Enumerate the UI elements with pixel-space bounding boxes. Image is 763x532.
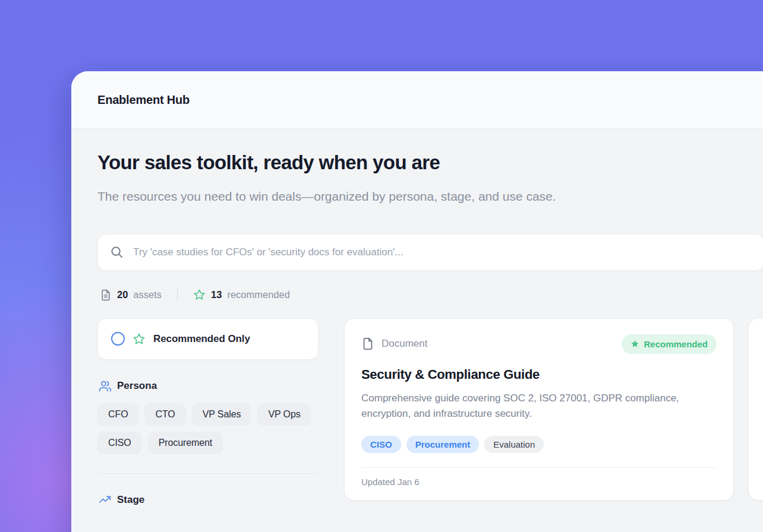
asset-card-partial[interactable] bbox=[748, 318, 763, 501]
recommended-stat: 13 recommended bbox=[193, 289, 290, 301]
search-input[interactable] bbox=[132, 246, 752, 259]
persona-section-label: Persona bbox=[117, 380, 157, 392]
tag-ciso[interactable]: CISO bbox=[361, 436, 401, 453]
sidebar-divider bbox=[97, 473, 319, 474]
asset-card-top-row: Document Recommended bbox=[361, 334, 717, 354]
asset-description: Comprehensive guide covering SOC 2, ISO … bbox=[361, 391, 717, 422]
page-subtitle: The resources you need to win deals—orga… bbox=[97, 186, 597, 208]
recommended-label: recommended bbox=[227, 289, 289, 300]
asset-type-label: Document bbox=[382, 338, 427, 350]
star-icon bbox=[133, 332, 146, 346]
enablement-hub-window: Enablement Hub Your sales toolkit, ready… bbox=[71, 71, 763, 532]
asset-card-security-compliance-guide[interactable]: Document Recommended Security & Complian… bbox=[344, 318, 734, 501]
asset-tag-list: CISO Procurement Evaluation bbox=[361, 436, 717, 453]
persona-chip-cfo[interactable]: CFO bbox=[97, 403, 138, 426]
tag-evaluation[interactable]: Evaluation bbox=[484, 436, 544, 453]
recommended-only-label: Recommended Only bbox=[153, 333, 250, 345]
search-icon bbox=[110, 245, 124, 259]
recommended-badge-label: Recommended bbox=[644, 339, 708, 349]
recommended-count: 13 bbox=[211, 289, 222, 300]
asset-card-divider bbox=[361, 467, 717, 468]
tag-procurement[interactable]: Procurement bbox=[406, 436, 480, 453]
persona-chip-ciso[interactable]: CISO bbox=[97, 432, 142, 454]
users-icon bbox=[99, 380, 111, 392]
persona-chip-procurement[interactable]: Procurement bbox=[148, 432, 223, 454]
recommended-badge: Recommended bbox=[622, 334, 717, 354]
recommended-only-toggle[interactable]: Recommended Only bbox=[97, 318, 319, 360]
stage-section-header: Stage bbox=[99, 494, 317, 506]
assets-stat: 20 assets bbox=[100, 289, 162, 301]
search-bar[interactable] bbox=[97, 234, 763, 271]
persona-chip-list: CFO CTO VP Sales VP Ops CISO Procurement bbox=[97, 403, 319, 454]
page-title: Your sales toolkit, ready when you are bbox=[97, 151, 763, 174]
file-icon bbox=[100, 289, 112, 301]
document-icon bbox=[361, 337, 374, 350]
app-title: Enablement Hub bbox=[97, 93, 190, 107]
persona-chip-vp-ops[interactable]: VP Ops bbox=[257, 403, 311, 426]
app-header: Enablement Hub bbox=[71, 71, 763, 129]
trend-up-icon bbox=[99, 494, 111, 506]
assets-label: assets bbox=[133, 289, 162, 300]
content-columns: Recommended Only Persona CFO bbox=[97, 318, 763, 517]
asset-title: Security & Compliance Guide bbox=[361, 367, 717, 382]
stage-section-label: Stage bbox=[117, 494, 144, 506]
star-filled-icon bbox=[630, 340, 639, 349]
persona-chip-vp-sales[interactable]: VP Sales bbox=[192, 403, 252, 426]
star-icon bbox=[193, 289, 206, 301]
filters-sidebar: Recommended Only Persona CFO bbox=[97, 318, 319, 517]
stats-row: 20 assets 13 recommended bbox=[100, 289, 762, 302]
recommended-only-radio[interactable] bbox=[111, 332, 125, 346]
persona-section-header: Persona bbox=[99, 380, 317, 392]
persona-chip-cto[interactable]: CTO bbox=[144, 403, 185, 426]
stats-divider bbox=[177, 289, 178, 302]
asset-type: Document bbox=[361, 337, 427, 350]
assets-count: 20 bbox=[117, 289, 128, 300]
asset-updated-date: Updated Jan 6 bbox=[361, 477, 717, 487]
main-content: Your sales toolkit, ready when you are T… bbox=[71, 129, 763, 517]
asset-card-list: Document Recommended Security & Complian… bbox=[344, 318, 763, 501]
